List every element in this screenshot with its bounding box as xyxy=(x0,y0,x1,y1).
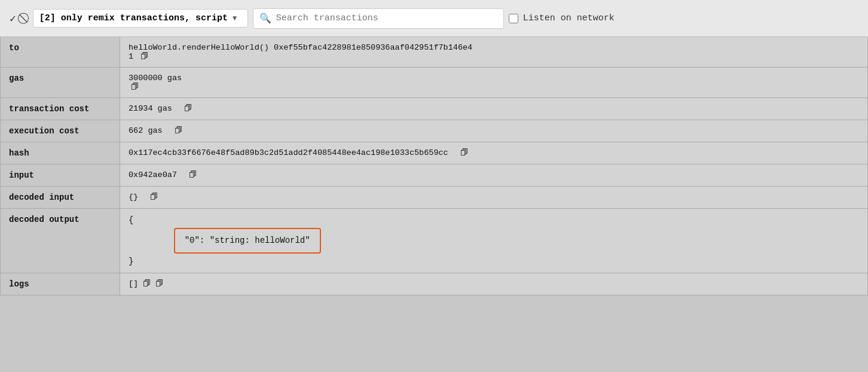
row-value-hash: 0x117ec4cb33f6676e48f5ad89b3c2d51add2f40… xyxy=(120,142,868,164)
search-icon: 🔍 xyxy=(259,13,271,25)
transaction-label: [2] only remix transactions, script xyxy=(39,13,228,23)
chevron-down-icon: ▼ xyxy=(233,14,237,23)
search-input[interactable] xyxy=(276,13,497,23)
row-value-execution-cost: 662 gas 🗍 xyxy=(120,120,868,142)
table-row: input 0x942ae0a7 🗍 xyxy=(1,164,868,187)
logs-cell: [] 🗍 🗍 xyxy=(129,279,859,288)
table-row: hash 0x117ec4cb33f6676e48f5ad89b3c2d51ad… xyxy=(1,142,868,164)
transaction-dropdown[interactable]: [2] only remix transactions, script ▼ xyxy=(33,9,248,28)
row-key-decoded-input: decoded input xyxy=(1,187,120,209)
row-key-decoded-output: decoded output xyxy=(1,209,120,273)
copy-icon[interactable]: 🗍 xyxy=(140,52,148,61)
table-row: to helloWorld.renderHelloWorld() 0xef55b… xyxy=(1,37,868,68)
search-container: 🔍 xyxy=(253,8,504,29)
decoded-output-open: { xyxy=(129,215,133,225)
logs-value: [] xyxy=(129,279,138,288)
row-key-transaction-cost: transaction cost xyxy=(1,98,120,120)
row-value-input: 0x942ae0a7 🗍 xyxy=(120,164,868,187)
transaction-table: to helloWorld.renderHelloWorld() 0xef55b… xyxy=(0,37,868,295)
table-wrapper: to helloWorld.renderHelloWorld() 0xef55b… xyxy=(0,37,868,295)
row-value-logs: [] 🗍 🗍 xyxy=(120,273,868,295)
table-row: logs [] 🗍 🗍 xyxy=(1,273,868,295)
collapse-icon[interactable]: ✓ xyxy=(7,10,19,28)
decoded-output-highlight: "0": "string: helloWorld" xyxy=(174,228,321,253)
row-key-to: to xyxy=(1,37,120,68)
copy-icon[interactable]: 🗍 xyxy=(184,104,192,113)
copy-icon[interactable]: 🗍 xyxy=(460,148,468,157)
decoded-output-outer: { "0": "string: helloWorld" } xyxy=(129,214,321,268)
row-value-transaction-cost: 21934 gas 🗍 xyxy=(120,98,868,120)
decoded-output-close: } xyxy=(129,257,133,266)
copy-icon[interactable]: 🗍 xyxy=(150,193,158,202)
row-key-input: input xyxy=(1,164,120,187)
listen-checkbox[interactable] xyxy=(509,14,518,23)
table-row: transaction cost 21934 gas 🗍 xyxy=(1,98,868,120)
cancel-icon[interactable]: ⃠ xyxy=(23,10,28,27)
table-row: decoded input {} 🗍 xyxy=(1,187,868,209)
row-value-to: helloWorld.renderHelloWorld() 0xef55bfac… xyxy=(120,37,868,68)
row-key-logs: logs xyxy=(1,273,120,295)
table-row: gas 3000000 gas🗍 xyxy=(1,68,868,98)
row-key-execution-cost: execution cost xyxy=(1,120,120,142)
listen-container: Listen on network xyxy=(509,13,615,23)
row-value-decoded-output: { "0": "string: helloWorld" } xyxy=(120,209,868,273)
row-value-gas: 3000000 gas🗍 xyxy=(120,68,868,98)
copy-icon[interactable]: 🗍 xyxy=(175,126,182,135)
row-value-decoded-input: {} 🗍 xyxy=(120,187,868,209)
row-key-gas: gas xyxy=(1,68,120,98)
copy-icon[interactable]: 🗍 xyxy=(131,83,139,92)
table-row: execution cost 662 gas 🗍 xyxy=(1,120,868,142)
copy-icon[interactable]: 🗍 xyxy=(143,279,151,288)
copy-icon-2[interactable]: 🗍 xyxy=(155,279,163,288)
toolbar: ✓ ⃠ [2] only remix transactions, script … xyxy=(0,0,868,37)
listen-label: Listen on network xyxy=(523,13,615,23)
copy-icon[interactable]: 🗍 xyxy=(189,170,197,179)
table-row: decoded output { "0": "string: helloWorl… xyxy=(1,209,868,273)
row-key-hash: hash xyxy=(1,142,120,164)
